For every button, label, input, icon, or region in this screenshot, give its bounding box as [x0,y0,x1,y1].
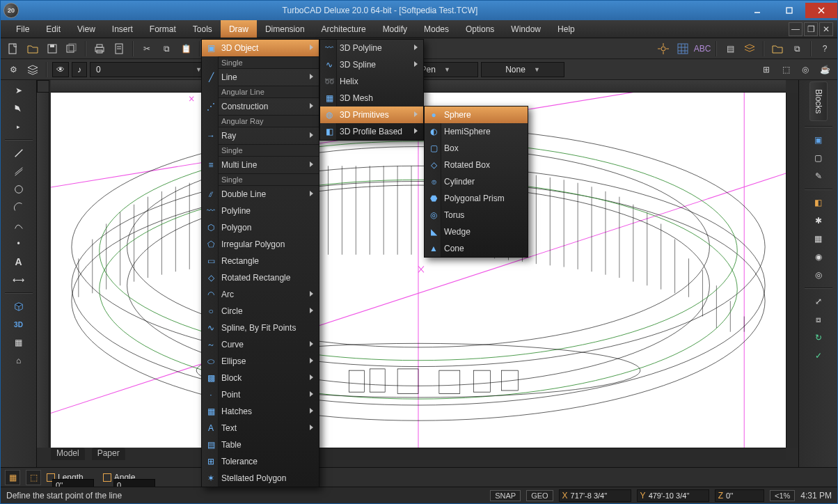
maximize-button[interactable] [773,3,805,18]
menu-draw[interactable]: Draw [221,20,257,38]
circle-tool-icon[interactable] [10,182,27,197]
world-plane-icon[interactable]: ⊞ [758,61,775,78]
text-label-icon[interactable]: ABC [694,40,711,57]
visibility-icon[interactable]: 👁 [52,62,69,77]
3dobject-item-3d-mesh[interactable]: ▦3D Mesh [320,90,423,107]
primitive-item-wedge[interactable]: ◣Wedge [425,223,528,240]
menu-dimension[interactable]: Dimension [257,20,313,38]
point-tool-icon[interactable]: • [10,236,27,251]
draw-item-circle[interactable]: ○Circle [202,303,319,320]
draw-item-multi-line[interactable]: ≡Multi Line [202,157,319,173]
3d-tool-text-icon[interactable]: 3D [10,317,27,332]
snap-toggle[interactable]: SNAP [490,490,521,501]
line-tool-icon[interactable] [10,145,27,161]
draw-item-polygon[interactable]: ⬡Polygon [202,219,319,236]
cut-icon[interactable]: ✂ [139,40,155,57]
draw-item-polyline[interactable]: 〰Polyline [202,203,319,219]
draw-item-line[interactable]: ╱Line [202,69,319,86]
3dobject-item-3d-primitives[interactable]: ◍3D Primitives [320,107,423,123]
layers-icon[interactable] [24,61,41,78]
draw-item-arc[interactable]: ◠Arc [202,286,319,303]
select-tool-icon[interactable]: ➤ [10,83,27,98]
primitive-item-box[interactable]: ▢Box [425,140,528,157]
dimension-tool-icon[interactable]: ⟷ [10,272,27,288]
lock-icon[interactable] [103,473,111,482]
z-input[interactable] [726,491,761,500]
note-icon[interactable]: ♪ [72,62,87,77]
3dobject-item-3d-spline[interactable]: ∿3D Spline [320,56,423,73]
y-input[interactable] [649,491,706,500]
primitive-item-cone[interactable]: ▲Cone [425,240,528,257]
3dobject-item-helix[interactable]: ➿Helix [320,73,423,90]
wall-tool-icon[interactable]: ▦ [10,335,27,350]
print-icon[interactable] [91,40,108,57]
draw-item-construction[interactable]: ⋰Construction [202,98,319,115]
layer-dropdown[interactable]: 0▼ [90,62,208,77]
draw-item-spline-by-fit-points[interactable]: ∿Spline, By Fit Points [202,320,319,336]
roof-tool-icon[interactable]: ⌂ [10,353,27,368]
box-icon[interactable]: ▢ [810,150,827,166]
double-line-tool-icon[interactable] [10,164,27,179]
relative-icon[interactable]: ⬚ [26,470,41,485]
paste-icon[interactable]: 📋 [177,40,194,57]
menu-insert[interactable]: Insert [104,20,141,38]
geo-toggle[interactable]: GEO [526,490,553,501]
palette-icon[interactable]: ▣ [810,132,827,148]
draw-item-block[interactable]: ▩Block [202,370,319,386]
sheet-tab-model[interactable]: Model [51,448,85,460]
draw-item-text[interactable]: AText [202,420,319,436]
draw-item-table[interactable]: ▤Table [202,436,319,453]
ucs-icon[interactable]: ⬚ [777,61,794,78]
menu-help[interactable]: Help [549,20,583,38]
primitive-item-torus[interactable]: ◎Torus [425,207,528,223]
draw-item-rectangle[interactable]: ▭Rectangle [202,253,319,269]
point-select-icon[interactable]: ▸ [10,119,27,134]
render-icon[interactable]: ◎ [810,267,827,283]
reference-icon[interactable]: ▤ [722,40,738,57]
doc-minimize-button[interactable]: — [789,22,803,36]
drawing-compare-icon[interactable]: ⧉ [789,40,805,57]
x-input[interactable] [571,491,628,500]
minimize-button[interactable] [741,3,773,18]
camera-icon[interactable]: ◉ [810,249,827,265]
primitive-item-cylinder[interactable]: ⌾Cylinder [425,173,528,190]
menu-tools[interactable]: Tools [184,20,221,38]
draw-item-tolerance[interactable]: ⊞Tolerance [202,453,319,470]
target-icon[interactable]: ◎ [797,61,814,78]
save-all-icon[interactable] [63,40,80,57]
open-folder-icon[interactable] [769,40,786,57]
primitive-item-polygonal-prism[interactable]: ⬣Polygonal Prism [425,190,528,207]
draw-item-3d-object[interactable]: ▣3D Object [202,40,319,56]
blocks-tab[interactable]: Blocks [809,81,828,121]
grid-small-icon[interactable]: ▦ [5,470,20,485]
draw-item-double-line[interactable]: ⫽Double Line [202,186,319,203]
light-icon[interactable]: ✱ [810,213,827,228]
draw-item-rotated-rectangle[interactable]: ◇Rotated Rectangle [202,269,319,286]
zoom-readout[interactable]: <1% [770,490,795,501]
menu-window[interactable]: Window [503,20,549,38]
3d-view-icon[interactable]: ◧ [810,195,827,210]
orbit-icon[interactable]: ↻ [810,330,827,345]
curve-tool-icon[interactable] [10,218,27,233]
3dobject-item-3d-profile-based[interactable]: ◧3D Profile Based [320,123,423,140]
material-icon[interactable]: ▦ [810,231,827,246]
close-button[interactable] [805,3,837,18]
grid-icon[interactable] [674,40,691,57]
drawing-canvas[interactable] [51,93,786,448]
draw-item-curve[interactable]: ～Curve [202,336,319,353]
page-setup-icon[interactable] [111,40,127,57]
draw-item-irregular-polygon[interactable]: ⬠Irregular Polygon [202,236,319,253]
arc-tool-icon[interactable] [10,200,27,215]
menu-modes[interactable]: Modes [416,20,457,38]
menu-view[interactable]: View [69,20,104,38]
primitive-item-sphere[interactable]: ●Sphere [425,107,528,123]
coffee-icon[interactable]: ☕ [816,61,833,78]
menu-file[interactable]: File [8,20,38,38]
primitive-item-rotated-box[interactable]: ◇Rotated Box [425,157,528,173]
menu-architecture[interactable]: Architecture [313,20,374,38]
zoom-win-icon[interactable]: ⧈ [810,312,827,327]
sheet-tab-paper[interactable]: Paper [92,448,125,460]
draw-item-hatches[interactable]: ▦Hatches [202,403,319,420]
layer-set-icon[interactable] [741,40,758,57]
brush-dropdown[interactable]: None▼ [481,62,564,77]
